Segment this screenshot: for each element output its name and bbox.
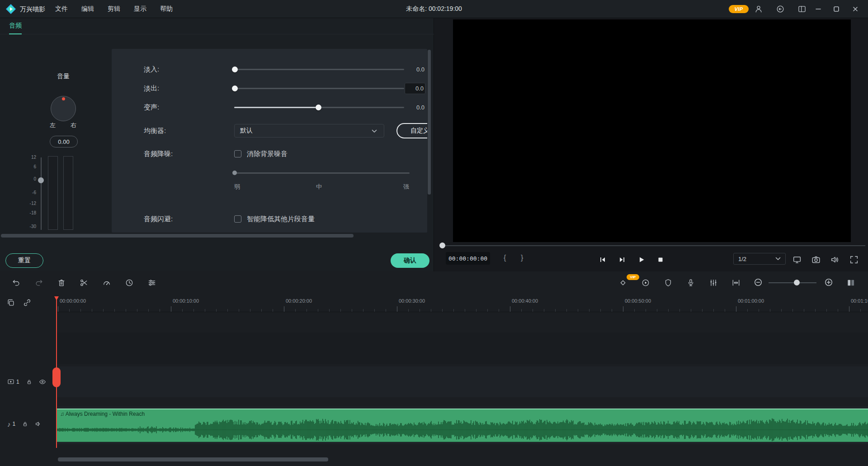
track-manager-icon[interactable] xyxy=(846,278,855,287)
speaker-icon[interactable] xyxy=(830,255,840,265)
fade-out-slider[interactable] xyxy=(234,88,404,89)
ruler-label: 00:01:10:00 xyxy=(851,298,868,304)
play-button[interactable] xyxy=(637,256,646,264)
duration-clock-icon[interactable] xyxy=(125,278,134,287)
ducking-checkbox-label: 智能降低其他片段音量 xyxy=(247,215,315,223)
empty-track-band xyxy=(57,333,868,364)
feedback-icon[interactable] xyxy=(776,5,785,14)
menu-view[interactable]: 显示 xyxy=(134,5,146,13)
timeline-zoom-slider[interactable] xyxy=(769,282,816,283)
video-track-icon xyxy=(7,378,14,385)
fade-in-handle[interactable] xyxy=(232,67,238,72)
minimize-button[interactable] xyxy=(810,0,826,18)
properties-vertical-scrollbar[interactable] xyxy=(428,50,431,195)
denoise-checkbox-label: 消除背景噪音 xyxy=(247,150,288,158)
properties-horizontal-scrollbar[interactable] xyxy=(1,234,354,238)
fader-scale-label: -18 xyxy=(24,210,36,215)
fade-in-slider[interactable] xyxy=(234,69,404,70)
delete-icon[interactable] xyxy=(57,278,66,287)
workspace-layout-icon[interactable] xyxy=(797,5,807,14)
balance-left-label: 左 xyxy=(50,121,56,129)
account-icon[interactable] xyxy=(754,5,763,14)
tab-audio[interactable]: 音频 xyxy=(9,22,22,34)
fader-scale-label: 6 xyxy=(24,164,36,169)
lock-icon[interactable] xyxy=(22,421,28,428)
reset-button[interactable]: 重置 xyxy=(5,253,43,268)
fade-out-label: 淡出: xyxy=(144,84,159,93)
volume-fader-handle[interactable] xyxy=(38,177,44,183)
audio-mixer-icon[interactable] xyxy=(709,278,718,287)
equalizer-select[interactable]: 默认 xyxy=(234,124,384,138)
timeline-marker[interactable] xyxy=(52,367,61,387)
adjust-sliders-icon[interactable] xyxy=(147,278,156,287)
volume-knob[interactable] xyxy=(51,96,76,121)
ruler-label: 00:01:00:00 xyxy=(738,298,764,304)
fade-out-handle[interactable] xyxy=(232,86,238,91)
audio-clip-title: ♫ Always Dreaming - Within Reach xyxy=(60,411,145,417)
marker-shield-icon[interactable] xyxy=(664,278,673,287)
denoise-label: 音频降噪: xyxy=(144,150,173,158)
audio-track-icon: ♪ xyxy=(7,420,11,428)
video-viewport[interactable] xyxy=(453,19,851,242)
chevron-down-icon xyxy=(372,129,377,133)
maximize-button[interactable] xyxy=(828,0,844,18)
video-track-lane[interactable] xyxy=(57,366,868,397)
panel-tabbar xyxy=(0,18,434,34)
speed-icon[interactable] xyxy=(102,278,111,287)
menu-file[interactable]: 文件 xyxy=(55,5,68,13)
link-icon[interactable] xyxy=(23,298,32,307)
denoise-slider[interactable] xyxy=(234,172,410,174)
mark-out-button[interactable]: } xyxy=(521,254,523,262)
mark-in-button[interactable]: { xyxy=(504,254,506,262)
pitch-slider-fill xyxy=(234,107,319,108)
copy-stack-icon[interactable] xyxy=(6,298,15,307)
redo-icon[interactable] xyxy=(34,278,43,287)
volume-label: 音量 xyxy=(47,72,80,81)
pitch-handle[interactable] xyxy=(316,105,321,110)
snapshot-camera-icon[interactable] xyxy=(811,255,821,265)
music-note-icon: ♫ xyxy=(60,411,64,417)
ruler-label: 00:00:20:00 xyxy=(286,298,312,304)
previous-frame-button[interactable] xyxy=(599,256,607,264)
playback-quality-select[interactable]: 1/2 xyxy=(733,253,786,265)
fader-scale-label: 12 xyxy=(24,155,36,160)
fullscreen-icon[interactable] xyxy=(849,255,859,265)
voiceover-mic-icon[interactable] xyxy=(686,278,695,287)
split-scissors-icon[interactable] xyxy=(80,278,89,287)
keyframe-icon[interactable] xyxy=(618,278,627,287)
ducking-checkbox[interactable] xyxy=(234,215,241,223)
denoise-handle[interactable] xyxy=(232,171,237,175)
lock-icon[interactable] xyxy=(26,379,33,385)
fade-out-value[interactable]: 0.0 xyxy=(406,85,424,92)
vip-badge[interactable]: VIP xyxy=(729,5,749,13)
display-device-icon[interactable] xyxy=(792,255,802,265)
menu-clip[interactable]: 剪辑 xyxy=(108,5,120,13)
mute-speaker-icon[interactable] xyxy=(35,420,42,428)
fit-timeline-icon[interactable] xyxy=(731,278,741,287)
timeline-horizontal-scrollbar[interactable] xyxy=(58,457,328,461)
render-preview-icon[interactable] xyxy=(641,278,650,287)
playback-quality-value: 1/2 xyxy=(738,256,746,262)
equalizer-customize-button[interactable]: 自定义 xyxy=(396,123,427,138)
menu-edit[interactable]: 编辑 xyxy=(81,5,94,13)
menu-help[interactable]: 帮助 xyxy=(160,5,173,13)
vip-mini-badge: VIP xyxy=(627,274,639,280)
zoom-out-icon[interactable] xyxy=(754,278,762,286)
eye-icon[interactable] xyxy=(39,378,46,385)
preview-seek-handle[interactable] xyxy=(439,243,445,248)
pitch-value[interactable]: 0.0 xyxy=(406,104,425,111)
close-button[interactable] xyxy=(847,0,863,18)
audio-waveform xyxy=(57,409,868,442)
stop-button[interactable] xyxy=(656,256,665,264)
audio-clip[interactable]: ♫ Always Dreaming - Within Reach xyxy=(57,409,868,442)
denoise-checkbox[interactable] xyxy=(234,150,241,157)
timeline-ruler[interactable]: 00:00:00:00 00:00:10:00 00:00:20:00 00:0… xyxy=(57,296,868,312)
volume-value[interactable]: 0.00 xyxy=(50,136,78,147)
preview-seekbar[interactable] xyxy=(440,245,865,246)
undo-icon[interactable] xyxy=(12,278,21,287)
zoom-in-icon[interactable] xyxy=(825,278,833,286)
next-frame-button[interactable] xyxy=(618,256,626,264)
timeline-zoom-handle[interactable] xyxy=(794,280,800,285)
fade-in-value[interactable]: 0.0 xyxy=(406,66,425,73)
confirm-button[interactable]: 确认 xyxy=(391,253,429,268)
